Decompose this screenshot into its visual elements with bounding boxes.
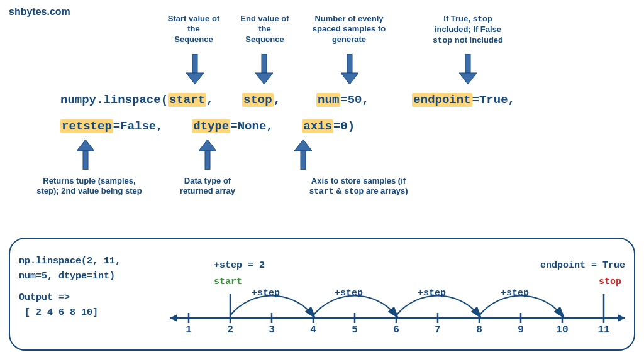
- sig-start: start: [168, 93, 206, 107]
- sig-comma: ,: [206, 93, 213, 107]
- sig-stop: stop: [242, 93, 274, 107]
- site-logo: shbytes.com: [9, 6, 70, 18]
- desc-stop: End value oftheSequence: [230, 14, 299, 45]
- example-output-label: Output =>: [19, 290, 121, 305]
- svg-marker-8: [77, 140, 94, 151]
- step-label: +step: [501, 288, 529, 299]
- svg-marker-3: [255, 73, 273, 84]
- sig-dtype-eq: =None,: [230, 119, 273, 133]
- desc-endpoint: If True, stopincluded; If Falsestop not …: [418, 14, 518, 46]
- step-label: +step: [418, 288, 446, 299]
- desc-retstep: Returns tuple (samples,step); 2nd value …: [26, 176, 152, 197]
- arrow-up-icon: [77, 140, 94, 170]
- svg-marker-15: [170, 314, 177, 322]
- step-label: +step: [252, 288, 280, 299]
- tick-label: 6: [390, 324, 402, 336]
- svg-marker-10: [199, 140, 216, 151]
- desc-axis: Axis to store samples (ifstart & stop ar…: [296, 176, 421, 197]
- sig-num: num: [316, 93, 340, 107]
- desc-start: Start value oftheSequence: [156, 14, 231, 45]
- sig-retstep: retstep: [60, 119, 113, 133]
- sig-comma: ,: [274, 93, 280, 107]
- svg-marker-5: [341, 73, 358, 84]
- svg-rect-0: [192, 54, 197, 73]
- desc-dtype: Data type ofreturned array: [170, 176, 245, 197]
- example-panel: np.linspace(2, 11, num=5, dtype=int) Out…: [9, 238, 635, 351]
- svg-rect-6: [465, 54, 470, 73]
- example-call-2: num=5, dtype=int): [19, 269, 121, 284]
- tick-label: 9: [514, 324, 527, 336]
- svg-rect-11: [205, 151, 210, 170]
- tick-label: 4: [307, 324, 319, 336]
- tick-label: 1: [182, 324, 195, 336]
- sig-num-eq: =50,: [340, 93, 369, 107]
- step-label: +step: [335, 288, 363, 299]
- svg-marker-7: [459, 73, 477, 84]
- number-line: +step = 2 endpoint = True start stop: [170, 258, 629, 346]
- tick-label: 3: [265, 324, 278, 336]
- signature-line-1: numpy.linspace(start, stop, num=50, endp…: [60, 93, 515, 107]
- svg-marker-16: [618, 314, 625, 322]
- arrow-down-icon: [255, 54, 273, 84]
- tick-label: 7: [431, 324, 444, 336]
- arrow-up-icon: [199, 140, 216, 170]
- arrow-down-icon: [341, 54, 358, 84]
- example-block: np.linspace(2, 11, num=5, dtype=int) Out…: [19, 254, 121, 321]
- example-output-value: [ 2 4 6 8 10]: [19, 305, 121, 321]
- svg-rect-9: [83, 151, 88, 170]
- tick-label: 11: [595, 324, 613, 336]
- svg-marker-12: [294, 140, 312, 151]
- sig-prefix: numpy.linspace(: [60, 93, 168, 107]
- sig-endpoint: endpoint: [412, 93, 472, 107]
- sig-axis-eq: =0): [333, 119, 355, 133]
- signature-line-2: retstep=False, dtype=None, axis=0): [60, 119, 355, 133]
- desc-num: Number of evenlyspaced samples togenerat…: [302, 14, 396, 45]
- example-call-1: np.linspace(2, 11,: [19, 254, 121, 269]
- svg-rect-4: [347, 54, 352, 73]
- sig-endpoint-eq: =True,: [472, 93, 515, 107]
- sig-retstep-eq: =False,: [113, 119, 164, 133]
- tick-label: 5: [348, 324, 361, 336]
- tick-label: 10: [553, 324, 571, 336]
- svg-rect-13: [301, 151, 306, 170]
- svg-rect-2: [262, 54, 267, 73]
- sig-dtype: dtype: [192, 119, 230, 133]
- tick-label: 2: [224, 324, 236, 336]
- arrow-up-icon: [294, 140, 312, 170]
- arrow-down-icon: [459, 54, 477, 84]
- svg-marker-1: [186, 73, 204, 84]
- arrow-down-icon: [186, 54, 204, 84]
- sig-axis: axis: [302, 119, 333, 133]
- tick-label: 8: [473, 324, 486, 336]
